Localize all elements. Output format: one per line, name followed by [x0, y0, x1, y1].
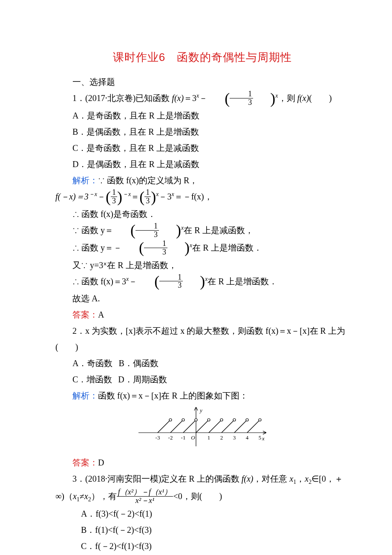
q1-frac1: 13 [230, 90, 253, 107]
q1-frac4: 13 [135, 222, 159, 239]
answer-label: 答案： [72, 310, 98, 319]
q3-l2c: <0，则( ) [173, 491, 222, 501]
q3-optC: C．f(－2)<f(1)<f(3) [55, 538, 349, 554]
q3-l1b: ，对任意 [253, 474, 289, 483]
q3-s1b: 1 [77, 496, 80, 503]
svg-text:4: 4 [246, 434, 249, 441]
q1-frac6: 13 [159, 273, 183, 290]
svg-text:2: 2 [220, 434, 223, 441]
q1-frac3: 13 [144, 188, 151, 205]
q3-l2a: ∞)（ [55, 491, 73, 501]
svg-text:O: O [191, 434, 195, 441]
svg-text:1: 1 [208, 434, 210, 441]
axis-y-label: y [199, 407, 202, 413]
svg-point-12 [195, 419, 197, 421]
svg-point-13 [208, 419, 210, 421]
q1-minus1: － [199, 93, 208, 103]
section-heading: 一、选择题 [55, 74, 349, 90]
lparen-icon: ( [139, 189, 144, 205]
q1-y4a: ∴ 函数 f(x)＝3 [72, 277, 126, 286]
svg-line-9 [247, 420, 260, 433]
q3-frac: f（x²）－f（x¹）x²－x¹ [117, 488, 173, 505]
q1-y1a: ∵ 函数 y＝ [72, 225, 113, 235]
lparen-icon: ( [208, 91, 230, 106]
rparen-icon: ) [159, 223, 181, 238]
q1-frac-num: 1 [230, 90, 253, 98]
q2-optD: D．周期函数 [118, 375, 167, 384]
q2-optsCD: C．增函数D．周期函数 [55, 371, 349, 387]
q1-y4: ∴ 函数 f(x)＝3x－(13)x在 R 上是增函数． [55, 273, 349, 291]
svg-point-11 [182, 419, 184, 421]
q1-rhs-m: －3 [159, 192, 171, 201]
sawtooth-graph-icon: y x -3 -2 -1 O [138, 407, 266, 448]
q3-line2: ∞)（x1≠x2），有f（x²）－f（x¹）x²－x¹<0，则( ) [55, 488, 349, 506]
analysis-label: 解析： [72, 391, 98, 400]
rparen-icon: ) [151, 189, 156, 205]
lparen-icon: ( [106, 189, 111, 205]
page-title: 课时作业6 函数的奇偶性与周期性 [55, 47, 349, 68]
q3-line1: 3．(2018·河南安阳一模)定义在 R 上的偶函数 f(x)，对任意 x1，x… [55, 471, 349, 488]
svg-point-14 [220, 419, 223, 421]
q1-rhs-end: ＝－f(x)， [174, 192, 213, 201]
q1-eq: ＝3 [184, 93, 196, 103]
q3-neq: ≠ [80, 491, 84, 501]
q1-ans-val: A [98, 310, 104, 319]
q1-y3: 又∵ y=3ˣ在 R 上是增函数， [55, 257, 349, 273]
svg-point-10 [169, 419, 172, 421]
q1-y1: ∵ 函数 y＝(13)x在 R 上是减函数， [55, 222, 349, 240]
svg-line-5 [196, 420, 209, 433]
q1-frac2: 13 [111, 188, 117, 205]
q1-optC: C．是奇函数，且在 R 上是减函数 [55, 140, 349, 156]
svg-line-6 [209, 420, 222, 433]
rparen-icon: ) [167, 240, 190, 255]
svg-line-2 [158, 420, 170, 433]
lparen-icon: ( [113, 223, 135, 238]
q1-y4b: 在 R 上是增函数． [208, 277, 277, 286]
svg-point-16 [246, 419, 248, 421]
q2-stem: 2．x 为实数，[x]表示不超过 x 的最大整数，则函数 f(x)＝x－[x]在… [55, 323, 349, 355]
q1-head-c: ( ) [309, 93, 331, 103]
q3-x1: x [289, 474, 293, 483]
svg-line-3 [170, 420, 183, 433]
q3-l1a: 3．(2018·河南安阳一模)定义在 R 上的偶函数 [72, 474, 242, 483]
q1-optB: B．是偶函数，且在 R 上是增函数 [55, 124, 349, 140]
rparen-icon: ) [253, 91, 275, 106]
q2-optsAB: A．奇函数B．偶函数 [55, 355, 349, 371]
q2-ans-val: D [98, 458, 104, 467]
q3-s2b: 2 [88, 496, 91, 503]
q3-fx: f(x) [242, 474, 254, 483]
q3-l2b: ），有 [91, 491, 117, 501]
q1-ana1: 解析：∵ 函数 f(x)的定义域为 R， [55, 172, 349, 188]
q2-optA: A．奇函数 [72, 358, 112, 368]
q1-answer: 答案：A [55, 306, 349, 323]
q2-graph: y x -3 -2 -1 O [55, 407, 349, 453]
svg-line-7 [222, 420, 234, 433]
q3-l1c: ∈[0，＋ [311, 474, 343, 483]
svg-point-15 [233, 419, 236, 421]
rparen-icon: ) [183, 274, 205, 289]
q1-negx2: －x [122, 191, 131, 198]
q1-head-a: 1．(2017·北京卷)已知函数 [72, 93, 172, 103]
q1-frac-den: 3 [230, 98, 253, 107]
q1-optA: A．是奇函数，且在 R 上是增函数 [55, 107, 349, 124]
q1-conc1: ∴ 函数 f(x)是奇函数． [55, 206, 349, 222]
svg-line-8 [234, 420, 247, 433]
q1-fx: f(x) [172, 93, 184, 103]
q1-ana1-text: ∵ 函数 f(x)的定义域为 R， [98, 176, 198, 185]
q3-x1b: x [73, 491, 77, 501]
lparen-icon: ( [137, 274, 159, 289]
q1-m1: － [97, 192, 106, 201]
q1-fx2: f(x) [297, 93, 309, 103]
q3-frac-den: x²－x¹ [117, 497, 173, 505]
rparen-icon: ) [117, 189, 122, 205]
q3-x2b: x [84, 491, 88, 501]
q3-optB: B．f(1)<f(－2)<f(3) [55, 522, 349, 538]
q1-y2b: 在 R 上是增函数． [192, 243, 262, 252]
answer-label: 答案： [72, 458, 98, 467]
q1-stem: 1．(2017·北京卷)已知函数 f(x)＝3x－(13)x，则 f(x)( ) [55, 90, 349, 107]
q1-minus2: － [129, 277, 137, 286]
q3-frac-num: f（x²）－f（x¹） [117, 488, 173, 497]
q3-s1: 1 [293, 479, 296, 485]
q1-negx1: －x [89, 191, 97, 198]
analysis-label: 解析： [72, 176, 98, 185]
